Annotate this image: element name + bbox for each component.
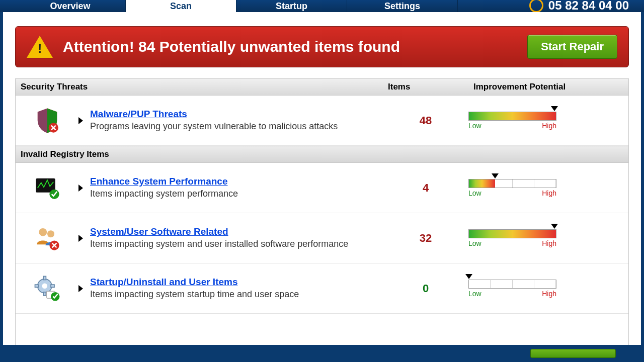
row-item-count: 0	[383, 282, 468, 295]
svg-rect-8	[43, 276, 46, 280]
tab-overview[interactable]: Overview	[15, 0, 126, 12]
svg-rect-9	[43, 292, 46, 296]
alert-banner: Attention! 84 Potentially unwanted items…	[15, 26, 629, 67]
row-text: Startup/Uninstall and User ItemsItems im…	[78, 277, 383, 300]
result-row: Startup/Uninstall and User ItemsItems im…	[16, 263, 628, 314]
meter-high-label: High	[542, 122, 556, 130]
result-row: Malware/PUP ThreatsPrograms leaving your…	[16, 96, 628, 146]
expand-arrow-icon[interactable]	[78, 285, 83, 292]
monitor-icon	[16, 174, 78, 202]
expand-arrow-icon[interactable]	[78, 235, 83, 242]
main-panel: Attention! 84 Potentially unwanted items…	[3, 12, 641, 359]
improvement-meter: LowHigh	[468, 229, 614, 247]
svg-point-7	[42, 283, 47, 289]
row-item-count: 4	[383, 182, 468, 195]
row-title-link[interactable]: System/User Software Related	[90, 226, 348, 237]
col-potential: Improvement Potential	[473, 82, 624, 92]
svg-rect-11	[51, 285, 54, 287]
col-items: Items	[388, 82, 473, 92]
row-text: Enhance System PerformanceItems impactin…	[78, 176, 383, 200]
result-row: Enhance System PerformanceItems impactin…	[16, 163, 628, 213]
expand-arrow-icon[interactable]	[78, 117, 83, 124]
warning-icon	[27, 36, 53, 58]
svg-point-3	[39, 228, 47, 236]
alert-text: Attention! 84 Potentially unwanted items…	[63, 38, 517, 55]
row-title-link[interactable]: Malware/PUP Threats	[90, 109, 338, 120]
meter-high-label: High	[542, 239, 556, 247]
gear-icon	[16, 275, 78, 303]
shield-icon	[16, 107, 78, 135]
tab-scan[interactable]: Scan	[126, 0, 236, 12]
users-icon	[16, 224, 78, 252]
table-header: Security Threats Items Improvement Poten…	[15, 78, 629, 96]
meter-low-label: Low	[468, 290, 481, 298]
row-subtitle: Programs leaving your system vulnerable …	[90, 121, 338, 132]
meter-low-label: Low	[468, 189, 481, 197]
phone-number: 05 82 84 04 00	[548, 0, 629, 13]
phone-ring-icon	[529, 0, 543, 13]
meter-marker-icon	[551, 106, 558, 111]
row-subtitle: Items impacting system and user installe…	[90, 238, 348, 250]
meter-marker-icon	[492, 173, 499, 178]
meter-high-label: High	[542, 189, 556, 197]
col-title: Security Threats	[21, 82, 388, 92]
svg-point-4	[47, 230, 54, 237]
meter-low-label: Low	[468, 239, 481, 247]
results-scroll-area[interactable]: Malware/PUP ThreatsPrograms leaving your…	[15, 96, 629, 347]
improvement-meter: LowHigh	[468, 280, 614, 298]
row-title-link[interactable]: Enhance System Performance	[90, 176, 238, 187]
meter-marker-icon	[551, 224, 558, 229]
meter-marker-icon	[465, 274, 472, 279]
support-phone: 05 82 84 04 00	[529, 0, 629, 13]
tab-settings[interactable]: Settings	[347, 0, 458, 12]
row-title-link[interactable]: Startup/Uninstall and User Items	[90, 277, 299, 288]
row-item-count: 32	[383, 232, 468, 245]
footer-action-button[interactable]	[530, 349, 616, 358]
row-subtitle: Items impacting system performance	[90, 188, 238, 200]
section-heading: Invalid Registry Items	[16, 146, 628, 163]
meter-low-label: Low	[468, 122, 481, 130]
tab-startup[interactable]: Startup	[236, 0, 347, 12]
meter-high-label: High	[542, 290, 556, 298]
row-text: System/User Software RelatedItems impact…	[78, 226, 383, 250]
start-repair-button[interactable]: Start Repair	[527, 35, 617, 59]
expand-arrow-icon[interactable]	[78, 185, 83, 192]
row-item-count: 48	[383, 114, 468, 127]
row-subtitle: Items impacting system startup time and …	[90, 289, 299, 300]
improvement-meter: LowHigh	[468, 112, 614, 130]
improvement-meter: LowHigh	[468, 179, 614, 197]
footer-bar	[3, 345, 641, 359]
row-text: Malware/PUP ThreatsPrograms leaving your…	[78, 109, 383, 132]
svg-rect-10	[35, 285, 38, 287]
result-row: System/User Software RelatedItems impact…	[16, 213, 628, 263]
top-tabs: Overview Scan Startup Settings 05 82 84 …	[0, 0, 644, 12]
